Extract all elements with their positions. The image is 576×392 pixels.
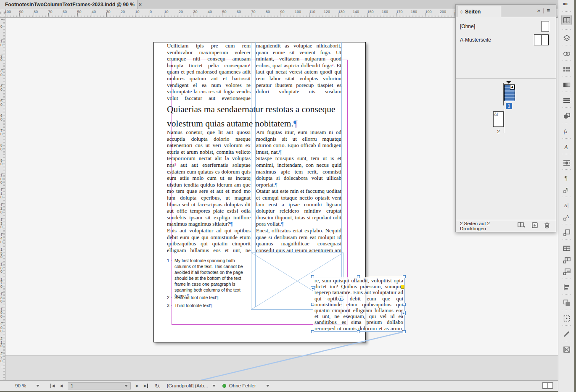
dock-grip[interactable]	[562, 76, 571, 77]
table-panel-icon[interactable]	[561, 243, 572, 253]
panel-collapse-icon[interactable]: »	[537, 7, 543, 13]
next-page-button[interactable]: ▶	[136, 384, 139, 388]
panel-menu-icon[interactable]: ≡	[547, 7, 552, 13]
cell-styles-panel-icon[interactable]	[561, 266, 572, 277]
table-styles-panel-icon[interactable]	[561, 255, 572, 265]
dock-grip[interactable]	[562, 91, 571, 92]
scroll-area[interactable]	[5, 355, 576, 380]
color-panel-icon[interactable]	[561, 110, 572, 121]
preflight-panel-icon[interactable]	[561, 344, 572, 355]
frame-handle-top-left[interactable]	[311, 275, 314, 278]
align-panel-icon[interactable]	[561, 282, 572, 292]
dock-grip[interactable]	[562, 169, 571, 170]
object-styles-panel-icon[interactable]	[561, 227, 572, 238]
frame-handle-mid-right[interactable]	[403, 303, 406, 306]
stroke-panel-icon[interactable]	[561, 95, 572, 105]
span-heading-text[interactable]: Quiaerias ma sendaernatur restotas a con…	[167, 102, 342, 131]
gradient-panel-icon[interactable]	[561, 79, 572, 90]
dock-grip[interactable]	[562, 11, 571, 12]
character-styles-panel-icon[interactable]: A	[561, 212, 572, 222]
footnote-text[interactable]: Second foot note text¶	[174, 295, 251, 300]
paragraph[interactable]: Otatur aut este min et faccumq uoditat e…	[256, 188, 341, 227]
column2-body-text[interactable]: Am fugitas itiur, eum inusam ni od modig…	[256, 129, 341, 253]
status-dropdown-chevron[interactable]	[266, 385, 270, 387]
panel-collapse-diamond-icon[interactable]: ◊	[460, 10, 462, 14]
text-port[interactable]: ▶	[339, 297, 343, 301]
paragraph-styles-panel-icon[interactable]: ¶	[561, 184, 572, 195]
dock-grip[interactable]	[562, 224, 571, 225]
attributes-panel-icon[interactable]	[561, 329, 572, 339]
master-row-none[interactable]: [Ohne]	[456, 20, 556, 33]
character-panel-icon[interactable]: A|	[561, 200, 572, 210]
glyphs-panel-icon[interactable]: A	[561, 142, 572, 152]
pages-panel-icon[interactable]	[561, 15, 572, 25]
column2-top-text[interactable]: magniendit as voluptae nihicaborit, quam…	[256, 42, 341, 96]
dock-grip[interactable]	[562, 340, 571, 342]
overset-frame-text[interactable]: re, sum quisqui ullandit, voluptiist opt…	[314, 278, 403, 331]
layers-panel-icon[interactable]	[561, 33, 572, 43]
spread-view-button[interactable]	[542, 382, 553, 389]
frame-handle-bottom-center[interactable]	[357, 330, 360, 333]
zoom-level[interactable]: 90 %	[15, 383, 26, 388]
delete-page-trash-icon[interactable]	[544, 222, 550, 230]
paragraph[interactable]: Enis aut voluptatiur ad qui optibus debi…	[167, 227, 251, 253]
paragraph[interactable]: Namus conetur, que lit aut quossi accupt…	[167, 129, 251, 227]
text-in-port[interactable]: ▶	[311, 286, 315, 290]
column1-top-text[interactable]: Uciliciam ipis pre cum rem venihicabor m…	[167, 42, 251, 102]
spread-expander-triangle[interactable]	[506, 81, 511, 84]
preflight-status-text[interactable]: Ohne Fehler	[229, 383, 256, 388]
dock-grip[interactable]	[562, 107, 571, 108]
paragraph-panel-icon[interactable]: ¶	[561, 173, 572, 183]
dock-grip[interactable]	[562, 239, 571, 240]
text-out-port[interactable]: ▶	[402, 311, 406, 315]
page-dropdown-chevron[interactable]	[124, 385, 128, 387]
text-wrap-panel-icon[interactable]	[561, 157, 572, 168]
vertical-ruler[interactable]: 0102030405060708090100110120130140150160…	[0, 18, 5, 380]
frame-handle-bottom-right[interactable]	[403, 330, 406, 333]
dock-grip[interactable]	[562, 29, 571, 30]
transform-panel-icon[interactable]	[561, 313, 572, 324]
footnote-3[interactable]: 3 · Third footnote text¶	[167, 303, 251, 308]
master-none-icon[interactable]	[542, 21, 549, 32]
master-row-a[interactable]: A-Musterseite	[456, 33, 556, 47]
close-tab-icon[interactable]: ×	[139, 2, 142, 8]
frame-handle-top-right[interactable]	[403, 275, 406, 278]
footnote-2[interactable]: 2 · Second foot note text¶	[167, 295, 251, 300]
dock-grip[interactable]	[562, 153, 571, 155]
new-page-icon[interactable]	[531, 222, 538, 230]
page-number-field[interactable]: 1	[68, 382, 131, 389]
corner-options-handle[interactable]	[401, 285, 404, 289]
profile-dropdown-chevron[interactable]	[212, 385, 216, 387]
page-rotation-icon[interactable]: ↻.	[155, 383, 160, 389]
dock-grip[interactable]	[562, 138, 571, 139]
expand-panels-icon[interactable]: ««	[563, 1, 567, 7]
previous-page-button[interactable]: ◀	[60, 384, 63, 388]
links-panel-icon[interactable]	[561, 48, 572, 59]
dock-grip[interactable]	[562, 294, 571, 295]
zoom-dropdown-chevron[interactable]	[36, 385, 40, 387]
effects-panel-icon[interactable]: fx	[561, 126, 572, 137]
footnote-1[interactable]: 1 · My first footnote spanning both colu…	[167, 258, 251, 299]
preflight-profile[interactable]: [Grundprofil] (Arb...	[167, 383, 208, 388]
dock-grip[interactable]	[562, 278, 571, 279]
paragraph[interactable]: Enest, officatus eriat explabo. Nequid q…	[256, 227, 341, 253]
dock-grip[interactable]	[562, 325, 571, 326]
page-2-number-label[interactable]: 2	[493, 129, 504, 134]
footnote-text[interactable]: Third footnote text¶	[174, 303, 251, 308]
first-page-button[interactable]: ◀	[50, 384, 55, 388]
swatches-panel-icon[interactable]	[561, 64, 572, 74]
edit-page-size-icon[interactable]	[517, 222, 526, 230]
paragraph[interactable]: Am fugitas itiur, eum inusam ni od modig…	[256, 129, 341, 155]
footnote-text[interactable]: My first footnote spanning both columns …	[174, 258, 251, 299]
column1-body-text[interactable]: Namus conetur, que lit aut quossi accupt…	[167, 129, 251, 253]
last-page-button[interactable]: ▶	[144, 384, 148, 388]
master-spread-right-icon[interactable]	[541, 34, 549, 45]
page-1-number-badge[interactable]: 1	[506, 103, 512, 109]
dock-grip[interactable]	[562, 309, 571, 310]
pages-panel-tab[interactable]: ◊ Seiten	[457, 6, 501, 17]
ruler-origin-corner[interactable]	[0, 9, 5, 18]
dock-grip[interactable]	[562, 45, 571, 46]
paragraph[interactable]: Sitaspe rciisquis sunt, tem ut is et omn…	[256, 155, 341, 188]
document-tab[interactable]: FootnotesInTwoColumnTextFrames-2023.indd…	[0, 0, 138, 9]
frame-handle-mid-left[interactable]	[311, 303, 314, 306]
